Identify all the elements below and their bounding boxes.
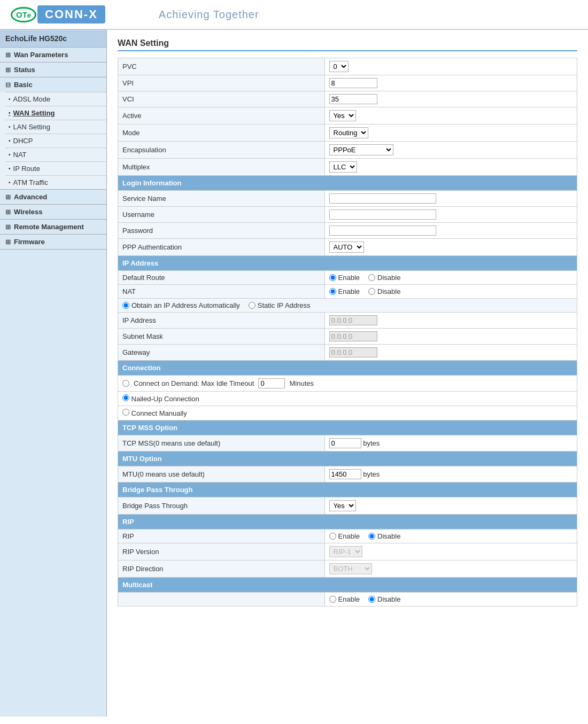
value-rip[interactable]: Enable Disable [324,530,577,543]
radio-multicast-disable[interactable] [368,596,375,603]
sidebar-item-wireless[interactable]: Wireless [0,205,106,220]
value-subnet-mask[interactable] [324,329,577,345]
label-gateway: Gateway [118,345,325,361]
input-ip-address[interactable] [329,315,377,325]
sidebar-header-firmware[interactable]: Firmware [0,235,106,249]
select-ppp-auth[interactable]: AUTOPAPCHAP [329,242,364,253]
value-gateway[interactable] [324,345,577,361]
input-mtu[interactable] [329,469,361,479]
radio-nailed-up[interactable] [122,394,129,401]
sidebar-header-remote-management[interactable]: Remote Management [0,220,106,234]
input-subnet-mask[interactable] [329,331,377,341]
radio-default-route-enable[interactable] [329,274,336,281]
sidebar-sub-atm-traffic[interactable]: • ATM Traffic [5,175,106,189]
sidebar-item-wan-parameters[interactable]: Wan Parameters [0,48,106,63]
value-username[interactable] [324,207,577,223]
radio-static-ip[interactable] [249,302,256,309]
sidebar-item-remote-management[interactable]: Remote Management [0,220,106,235]
select-rip-direction[interactable]: BOTHINOUT [329,563,372,574]
radio-multicast-disable-label[interactable]: Disable [368,595,400,603]
select-rip-version[interactable]: RIP-1RIP-2 [329,546,362,557]
value-vci[interactable] [324,91,577,107]
input-service-name[interactable] [329,193,436,204]
row-ppp-auth: PPP Authentication AUTOPAPCHAP [118,239,577,256]
input-tcp-mss[interactable] [329,438,361,448]
value-password[interactable] [324,223,577,239]
value-nat[interactable]: Enable Disable [324,285,577,299]
value-connect-manually[interactable]: Connect Manually [118,406,577,421]
radio-rip-disable-label[interactable]: Disable [368,532,400,540]
radio-enable-label[interactable]: Enable [329,274,360,282]
radio-connect-demand[interactable] [122,380,129,387]
row-subnet-mask: Subnet Mask [118,329,577,345]
radio-rip-enable[interactable] [329,533,336,540]
value-multicast[interactable]: Enable Disable [324,593,577,606]
sidebar-header-wan-parameters[interactable]: Wan Parameters [0,48,106,62]
input-gateway[interactable] [329,347,377,357]
select-pvc[interactable]: 0123 4567 [329,61,349,72]
radio-obtain-auto-label[interactable]: Obtain an IP Address Automatically [122,301,240,309]
value-ppp-auth[interactable]: AUTOPAPCHAP [324,239,577,256]
select-active[interactable]: YesNo [329,110,356,121]
radio-rip-disable[interactable] [368,533,375,540]
value-bridge-pass[interactable]: YesNo [324,497,577,515]
value-active[interactable]: YesNo [324,107,577,124]
value-service-name[interactable] [324,191,577,207]
sidebar-item-firmware[interactable]: Firmware [0,235,106,250]
radio-multicast-enable[interactable] [329,596,336,603]
radio-nat-enable[interactable] [329,288,336,295]
radio-connect-manually[interactable] [122,409,129,416]
sidebar-header-advanced[interactable]: Advanced [0,190,106,204]
value-mode[interactable]: RoutingBridge [324,124,577,142]
sidebar-header-wireless[interactable]: Wireless [0,205,106,219]
value-ip-address[interactable] [324,313,577,329]
radio-multicast-enable-label[interactable]: Enable [329,595,360,603]
value-vpi[interactable] [324,75,577,91]
radio-nat-disable[interactable] [368,288,375,295]
input-username[interactable] [329,209,436,220]
select-multiplex[interactable]: LLCVC [329,161,357,173]
value-connect-demand[interactable]: Connect on Demand: Max Idle Timeout Minu… [118,376,577,392]
sidebar-item-advanced[interactable]: Advanced [0,190,106,205]
sidebar-sub-nat[interactable]: • NAT [5,147,106,161]
radio-nat-disable-label[interactable]: Disable [368,287,400,295]
select-bridge-pass[interactable]: YesNo [329,500,356,511]
row-vpi: VPI [118,75,577,91]
radio-rip-enable-label[interactable]: Enable [329,532,360,540]
radio-default-route-disable[interactable] [368,274,375,281]
value-multiplex[interactable]: LLCVC [324,159,577,176]
value-encapsulation[interactable]: PPPoEPPPoAIPoEIPoA [324,142,577,159]
radio-disable-label[interactable]: Disable [368,274,400,282]
sidebar-sub-label-adsl: ADSL Mode [13,95,51,103]
radio-nailed-up-label[interactable]: Nailed-Up Connection [122,395,199,403]
value-mtu[interactable]: bytes [324,466,577,482]
section-tcp-mss-header: TCP MSS Option [118,421,577,435]
input-idle-timeout[interactable] [258,378,285,388]
sidebar-sub-adsl-mode[interactable]: • ADSL Mode [5,92,106,106]
sidebar-sub-wan-setting[interactable]: • WAN Setting [5,106,106,120]
radio-connect-manually-label[interactable]: Connect Manually [122,409,187,417]
radio-obtain-auto[interactable] [122,302,129,309]
value-tcp-mss[interactable]: bytes [324,435,577,451]
select-encapsulation[interactable]: PPPoEPPPoAIPoEIPoA [329,144,393,155]
sidebar-header-status[interactable]: Status [0,63,106,77]
expand-icon-status [5,66,11,74]
input-vpi[interactable] [329,78,377,88]
main-layout: EchoLife HG520c Wan Parameters Status Ba… [0,30,588,717]
value-default-route[interactable]: Enable Disable [324,271,577,285]
sidebar-sub-ip-route[interactable]: • IP Route [5,161,106,175]
value-rip-direction[interactable]: BOTHINOUT [324,560,577,578]
sidebar-sub-dhcp[interactable]: • DHCP [5,134,106,147]
value-pvc[interactable]: 0123 4567 [324,58,577,75]
radio-static-ip-label[interactable]: Static IP Address [249,301,311,309]
sidebar-item-status[interactable]: Status [0,63,106,77]
sidebar-header-basic[interactable]: Basic [0,77,106,92]
value-rip-version[interactable]: RIP-1RIP-2 [324,543,577,560]
value-nailed-up[interactable]: Nailed-Up Connection [118,392,577,406]
sidebar-sub-lan-setting[interactable]: • LAN Setting [5,120,106,134]
input-vci[interactable] [329,94,377,104]
radio-nat-enable-label[interactable]: Enable [329,287,360,295]
input-password[interactable] [329,225,436,236]
value-ip-source[interactable]: Obtain an IP Address Automatically Stati… [118,299,577,313]
select-mode[interactable]: RoutingBridge [329,127,368,138]
